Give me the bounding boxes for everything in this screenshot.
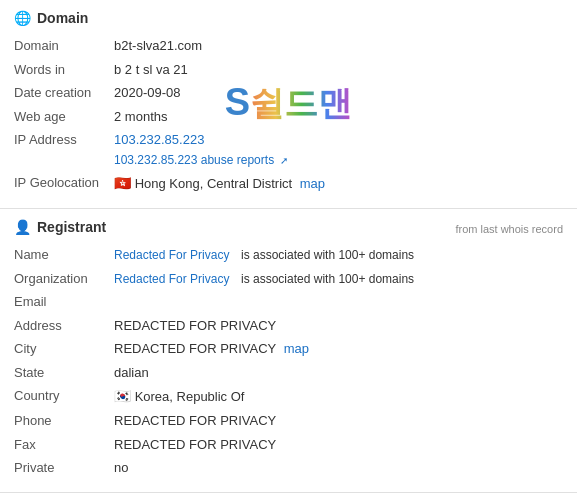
address-value: REDACTED FOR PRIVACY [114,314,563,338]
table-row: Private no [14,456,563,480]
state-value: dalian [114,361,563,385]
domain-info-table: Domain b2t-slva21.com Words in b 2 t sl … [14,34,563,196]
table-row: Address REDACTED FOR PRIVACY [14,314,563,338]
country-label: Country [14,384,114,409]
fax-label: Fax [14,433,114,457]
ip-label: IP Address [14,128,114,171]
globe-icon: 🌐 [14,10,31,26]
registrant-info-table: Name Redacted For Privacy is associated … [14,243,563,480]
state-label: State [14,361,114,385]
private-value: no [114,456,563,480]
table-row: Country 🇰🇷 Korea, Republic Of [14,384,563,409]
fax-value: REDACTED FOR PRIVACY [114,433,563,457]
geo-map-link[interactable]: map [300,176,325,191]
table-row: Phone REDACTED FOR PRIVACY [14,409,563,433]
domain-label: Domain [14,34,114,58]
hk-flag: 🇭🇰 [114,175,131,191]
table-row: Words in b 2 t sl va 21 [14,58,563,82]
private-label: Private [14,456,114,480]
domain-section: 🌐 Domain Domain b2t-slva21.com Words in … [0,0,577,209]
email-label: Email [14,290,114,314]
date-label: Date creation [14,81,114,105]
org-label: Organization [14,267,114,291]
ip-value: 103.232.85.223 103.232.85.223 abuse repo… [114,128,563,171]
table-row: IP Geolocation 🇭🇰 Hong Kong, Central Dis… [14,171,563,196]
ip-address-link[interactable]: 103.232.85.223 [114,130,559,150]
phone-value: REDACTED FOR PRIVACY [114,409,563,433]
from-record-label: from last whois record [455,223,563,235]
date-value: 2020-09-08 [114,81,563,105]
table-row: State dalian [14,361,563,385]
web-age-value: 2 months [114,105,563,129]
email-value [114,290,563,314]
org-value: Redacted For Privacy is associated with … [114,267,563,291]
table-row: Web age 2 months [14,105,563,129]
abuse-link[interactable]: 103.232.85.223 abuse reports [114,153,274,167]
registrant-section: 👤 Registrant from last whois record Name… [0,209,577,493]
city-label: City [14,337,114,361]
table-row: IP Address 103.232.85.223 103.232.85.223… [14,128,563,171]
table-row: Date creation 2020-09-08 [14,81,563,105]
external-link-icon: ➚ [280,155,288,166]
address-label: Address [14,314,114,338]
table-row: Organization Redacted For Privacy is ass… [14,267,563,291]
domain-value: b2t-slva21.com [114,34,563,58]
web-age-label: Web age [14,105,114,129]
name-label: Name [14,243,114,267]
geo-value: 🇭🇰 Hong Kong, Central District map [114,171,563,196]
country-value: 🇰🇷 Korea, Republic Of [114,384,563,409]
name-value: Redacted For Privacy is associated with … [114,243,563,267]
words-value: b 2 t sl va 21 [114,58,563,82]
name-associated: is associated with 100+ domains [241,248,414,262]
table-row: Domain b2t-slva21.com [14,34,563,58]
kr-flag: 🇰🇷 [114,388,131,404]
domain-section-title: 🌐 Domain [14,10,563,26]
org-associated: is associated with 100+ domains [241,272,414,286]
city-map-link[interactable]: map [284,341,309,356]
person-icon: 👤 [14,219,31,235]
geo-label: IP Geolocation [14,171,114,196]
table-row: Name Redacted For Privacy is associated … [14,243,563,267]
name-redacted-link[interactable]: Redacted For Privacy [114,248,229,262]
city-value: REDACTED FOR PRIVACY map [114,337,563,361]
table-row: City REDACTED FOR PRIVACY map [14,337,563,361]
table-row: Fax REDACTED FOR PRIVACY [14,433,563,457]
table-row: Email [14,290,563,314]
words-label: Words in [14,58,114,82]
org-redacted-link[interactable]: Redacted For Privacy [114,272,229,286]
phone-label: Phone [14,409,114,433]
